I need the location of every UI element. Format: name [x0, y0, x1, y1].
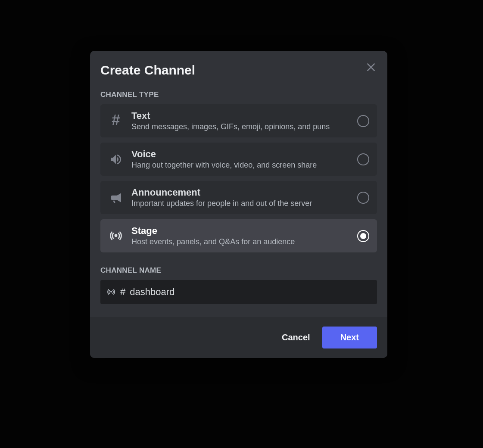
- radio-indicator: [357, 115, 369, 127]
- megaphone-icon: [108, 190, 124, 205]
- option-stage[interactable]: Stage Host events, panels, and Q&As for …: [100, 219, 377, 252]
- svg-point-2: [110, 291, 112, 292]
- close-button[interactable]: [364, 60, 378, 74]
- stage-icon: [108, 228, 124, 244]
- cancel-button[interactable]: Cancel: [282, 333, 310, 342]
- option-text[interactable]: # Text Send messages, images, GIFs, emoj…: [100, 104, 377, 137]
- option-title: Text: [131, 110, 349, 121]
- hash-icon: #: [108, 113, 124, 129]
- channel-name-prefix: #: [120, 286, 125, 298]
- channel-type-options: # Text Send messages, images, GIFs, emoj…: [90, 104, 387, 252]
- modal-header: Create Channel: [90, 51, 387, 78]
- option-desc: Hang out together with voice, video, and…: [131, 161, 349, 170]
- channel-name-input[interactable]: [130, 286, 371, 298]
- channel-type-label: CHANNEL TYPE: [90, 78, 387, 104]
- option-voice[interactable]: Voice Hang out together with voice, vide…: [100, 143, 377, 176]
- radio-indicator: [357, 192, 369, 204]
- option-desc: Send messages, images, GIFs, emoji, opin…: [131, 122, 349, 131]
- channel-name-input-wrap[interactable]: #: [100, 280, 377, 304]
- channel-name-label: CHANNEL NAME: [100, 252, 377, 280]
- stage-icon: [106, 287, 116, 297]
- option-desc: Important updates for people in and out …: [131, 199, 349, 208]
- option-title: Announcement: [131, 187, 349, 198]
- option-desc: Host events, panels, and Q&As for an aud…: [131, 237, 349, 246]
- svg-text:#: #: [112, 114, 120, 128]
- radio-indicator: [357, 153, 369, 165]
- option-title: Voice: [131, 149, 349, 160]
- radio-indicator: [357, 230, 369, 242]
- modal-title: Create Channel: [100, 63, 377, 78]
- create-channel-modal: Create Channel CHANNEL TYPE # Text Send …: [90, 51, 387, 358]
- next-button[interactable]: Next: [322, 327, 377, 348]
- option-title: Stage: [131, 225, 349, 236]
- close-icon: [365, 62, 377, 73]
- option-announcement[interactable]: Announcement Important updates for peopl…: [100, 181, 377, 214]
- modal-footer: Cancel Next: [90, 317, 387, 358]
- speaker-icon: [108, 152, 124, 167]
- svg-point-1: [115, 234, 118, 237]
